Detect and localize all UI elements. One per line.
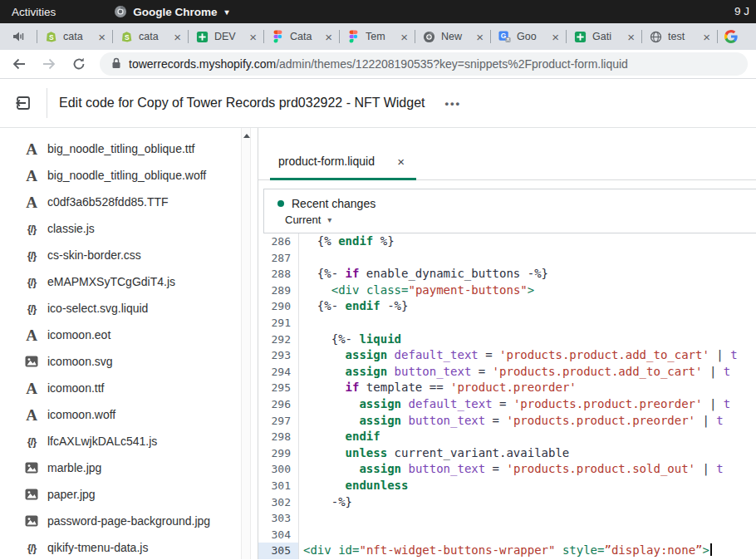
tab-close-icon[interactable]: ×: [701, 31, 712, 43]
editor-tab-product-form[interactable]: product-form.liquid ×: [270, 143, 416, 179]
code-line-287[interactable]: 287: [258, 250, 756, 267]
code-line-295[interactable]: 295 if template == 'product.preorder': [258, 380, 756, 396]
back-button[interactable]: [10, 55, 28, 73]
browser-tab-Gati[interactable]: Gati×: [566, 23, 641, 50]
code-line-text: {%- if enable_dynamic_buttons -%}: [299, 266, 548, 282]
code-line-text: {%- endif -%}: [299, 298, 408, 315]
file-name: big_noodle_titling_oblique.ttf: [47, 142, 194, 155]
chevron-down-icon: ▾: [225, 7, 229, 17]
file-item-big_noodle_titling_oblique.woff[interactable]: Abig_noodle_titling_oblique.woff: [0, 162, 241, 189]
address-bar[interactable]: towerrecords.myshopify.com/admin/themes/…: [100, 52, 748, 76]
file-item-eMAPMXSyTCgGdiT4.js[interactable]: {/}eMAPMXSyTCgGdiT4.js: [0, 268, 241, 295]
tab-close-icon[interactable]: ×: [550, 31, 561, 43]
activities-button[interactable]: Activities: [0, 6, 67, 18]
font-icon: A: [22, 168, 41, 184]
browser-tab-google[interactable]: [717, 23, 755, 50]
code-line-298[interactable]: 298 endif: [258, 429, 756, 445]
browser-tab-cata[interactable]: Scata×: [37, 23, 112, 50]
file-name: icomoon.svg: [47, 355, 113, 368]
image-icon: [22, 515, 41, 527]
file-name: icomoon.woff: [47, 408, 115, 421]
file-item-qikify-tmenu-data.js[interactable]: {/}qikify-tmenu-data.js: [0, 534, 241, 559]
line-number: 289: [258, 282, 299, 299]
file-name: cs-skin-border.css: [47, 248, 141, 262]
browser-tab-DEV[interactable]: DEV×: [188, 23, 263, 50]
file-item-ico-select.svg.liquid[interactable]: {/}ico-select.svg.liquid: [0, 295, 241, 322]
file-item-big_noodle_titling_oblique.ttf[interactable]: Abig_noodle_titling_oblique.ttf: [0, 135, 241, 162]
app-menu[interactable]: Google Chrome ▾: [114, 5, 228, 18]
tab-title: Tem: [366, 31, 395, 42]
tab-close-icon[interactable]: ×: [626, 31, 636, 43]
code-line-289[interactable]: 289 <div class="payment-buttons">: [258, 282, 756, 299]
code-line-text: assign button_text = 'products.product.p…: [299, 413, 724, 430]
reload-button[interactable]: [70, 55, 88, 73]
code-line-290[interactable]: 290 {%- endif -%}: [258, 298, 756, 315]
file-item-c0df3a6b528fdd85.TTF[interactable]: Ac0df3a6b528fdd85.TTF: [0, 189, 241, 215]
url-text: towerrecords.myshopify.com/admin/themes/…: [129, 57, 628, 71]
line-number: 288: [258, 266, 299, 282]
file-item-classie.js[interactable]: {/}classie.js: [0, 215, 241, 242]
tab-close-icon[interactable]: ×: [96, 31, 107, 43]
code-line-305[interactable]: 305<div id="nft-widget-buttons-wrapper" …: [258, 543, 756, 559]
code-line-text: assign button_text = 'products.product.a…: [299, 364, 730, 381]
file-item-icomoon.woff[interactable]: Aicomoon.woff: [0, 401, 241, 428]
file-item-icomoon.ttf[interactable]: Aicomoon.ttf: [0, 375, 241, 401]
code-icon: {/}: [22, 276, 41, 288]
browser-tab-test[interactable]: test×: [641, 23, 717, 50]
code-line-288[interactable]: 288 {%- if enable_dynamic_buttons -%}: [258, 266, 756, 282]
tab-audio-icon[interactable]: [0, 31, 37, 42]
clock[interactable]: 9 J: [734, 0, 756, 23]
tab-title: DEV: [214, 31, 244, 42]
tab-close-icon[interactable]: ×: [474, 31, 485, 43]
code-line-300[interactable]: 300 assign button_text = 'products.produ…: [258, 461, 756, 478]
code-line-294[interactable]: 294 assign button_text = 'products.produ…: [258, 364, 756, 381]
line-number: 287: [258, 250, 299, 267]
tab-close-icon[interactable]: ×: [172, 31, 183, 43]
file-item-icomoon.svg[interactable]: icomoon.svg: [0, 348, 241, 375]
file-item-paper.jpg[interactable]: paper.jpg: [0, 481, 241, 508]
more-actions-button[interactable]: •••: [440, 94, 467, 113]
browser-tab-cata[interactable]: Scata×: [112, 23, 188, 50]
code-line-304[interactable]: 304: [258, 527, 756, 543]
code-line-303[interactable]: 303: [258, 510, 756, 527]
tab-close-icon[interactable]: ×: [323, 31, 334, 43]
browser-tab-Tem[interactable]: Tem×: [339, 23, 415, 50]
code-line-297[interactable]: 297 assign button_text = 'products.produ…: [258, 413, 756, 430]
file-name: qikify-tmenu-data.js: [47, 541, 148, 554]
file-item-icomoon.eot[interactable]: Aicomoon.eot: [0, 322, 241, 348]
code-line-302[interactable]: 302 -%}: [258, 494, 756, 511]
tab-close-icon[interactable]: ×: [248, 31, 258, 43]
tab-close-icon[interactable]: ×: [399, 31, 410, 43]
scroll-up-arrow-icon[interactable]: [243, 134, 250, 138]
code-icon: {/}: [22, 249, 41, 262]
file-item-cs-skin-border.css[interactable]: {/}cs-skin-border.css: [0, 242, 241, 268]
code-line-293[interactable]: 293 assign default_text = 'products.prod…: [258, 347, 756, 364]
code-line-286[interactable]: 286 {% endif %}: [258, 233, 756, 250]
browser-tab-Goo[interactable]: GGoo×: [490, 23, 566, 50]
code-line-291[interactable]: 291: [258, 315, 756, 332]
browser-tab-Cata[interactable]: Cata×: [263, 23, 339, 50]
exit-code-editor-button[interactable]: [0, 94, 47, 112]
sidebar-scrollbar[interactable]: [241, 128, 251, 559]
code-icon: {/}: [22, 223, 41, 235]
file-item-marble.jpg[interactable]: marble.jpg: [0, 454, 241, 481]
line-number: 301: [258, 478, 299, 494]
editor-tab-close-icon[interactable]: ×: [397, 155, 405, 169]
code-line-299[interactable]: 299 unless current_variant.available: [258, 445, 756, 462]
font-icon: A: [22, 327, 41, 343]
tab-title: New: [441, 31, 471, 42]
line-number: 296: [258, 396, 299, 413]
code-line-292[interactable]: 292 {%- liquid: [258, 332, 756, 348]
file-item-partial[interactable]: A: [0, 128, 241, 135]
file-item-lfcAXLwjkDALc541.js[interactable]: {/}lfcAXLwjkDALc541.js: [0, 428, 241, 454]
browser-tab-New[interactable]: New×: [415, 23, 490, 50]
code-line-296[interactable]: 296 assign default_text = 'products.prod…: [258, 396, 756, 413]
line-number: 291: [258, 315, 299, 332]
forward-button[interactable]: [40, 55, 58, 73]
version-dropdown[interactable]: Current ▾: [285, 214, 756, 226]
line-number: 303: [258, 510, 299, 527]
file-item-password-page-background.jpg[interactable]: password-page-background.jpg: [0, 508, 241, 534]
line-number: 304: [258, 527, 299, 543]
code-line-301[interactable]: 301 endunless: [258, 478, 756, 494]
code-text-area[interactable]: 286 {% endif %}287288 {%- if enable_dyna…: [258, 233, 756, 559]
